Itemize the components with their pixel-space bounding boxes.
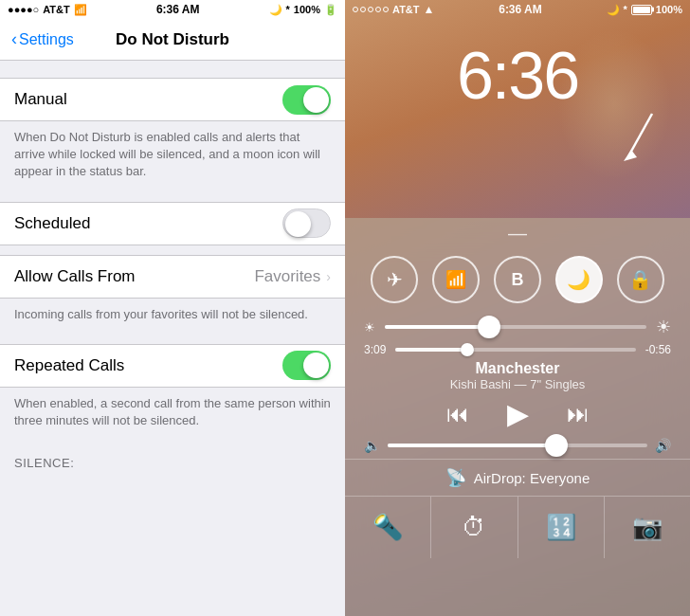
dnd-button[interactable]: 🌙 [555, 256, 603, 303]
top-spacer [0, 61, 345, 78]
allow-calls-chevron: › [326, 269, 331, 284]
wifi-button[interactable]: 📶 [432, 256, 480, 303]
scheduled-row: Scheduled [0, 203, 345, 245]
brightness-slider-row: ☀ ☀ [345, 313, 690, 341]
dot4 [375, 7, 381, 12]
battery-icon-left: 🔋 [324, 4, 337, 16]
moon-icon-left: 🌙 [269, 4, 282, 16]
flashlight-button[interactable]: 🔦 [345, 497, 431, 558]
battery-fill-right [633, 7, 650, 13]
allow-calls-group: Allow Calls From Favorites › [0, 255, 345, 299]
moon-icon-right: 🌙 [607, 4, 620, 16]
repeated-calls-group: Repeated Calls [0, 344, 345, 388]
airdrop-row[interactable]: 📡 AirDrop: Everyone [345, 459, 690, 496]
cc-icons-row: ✈ 📶 B 🌙 🔒 [345, 246, 690, 313]
wifi-left: 📶 [74, 4, 87, 16]
repeated-calls-toggle[interactable] [282, 351, 331, 380]
dot5 [383, 7, 389, 12]
left-panel: ●●●●○ AT&T 📶 6:36 AM 🌙 * 100% 🔋 ‹ Settin… [0, 0, 345, 616]
spacer3 [0, 335, 345, 344]
allow-calls-value: Favorites [254, 267, 320, 286]
allow-calls-row[interactable]: Allow Calls From Favorites › [0, 256, 345, 298]
manual-toggle[interactable] [282, 85, 331, 115]
right-panel: AT&T ▲ 6:36 AM 🌙 * 100% 6:36 — ✈ [345, 0, 690, 616]
scheduled-toggle-knob [285, 211, 311, 237]
brightness-thumb [478, 316, 500, 338]
carrier-left: AT&T [43, 4, 70, 15]
page-title: Do Not Disturb [116, 30, 229, 49]
lock-time: 6:36 [345, 19, 690, 114]
dot1 [353, 7, 358, 12]
dot2 [360, 7, 366, 12]
timer-button[interactable]: ⏱ [431, 497, 518, 558]
nav-bar: ‹ Settings Do Not Disturb [0, 19, 345, 61]
volume-track[interactable] [388, 444, 647, 447]
repeated-calls-row: Repeated Calls [0, 345, 345, 387]
silence-header: SILENCE: [0, 450, 345, 476]
right-status-left: 🌙 * 100% 🔋 [269, 4, 337, 16]
progress-time: 3:09 [364, 343, 386, 356]
back-button[interactable]: ‹ Settings [11, 29, 74, 49]
cc-bottom-icons: 🔦 ⏱ 🔢 📷 [345, 496, 690, 558]
calculator-icon: 🔢 [546, 513, 576, 542]
signal-dots-right [353, 7, 389, 12]
wifi-icon-right: ▲ [424, 3, 435, 16]
progress-remain: -0:56 [645, 343, 671, 356]
repeated-calls-description: When enabled, a second call from the sam… [0, 388, 345, 441]
progress-thumb [461, 343, 474, 356]
allow-calls-description: Incoming calls from your favorites will … [0, 299, 345, 335]
status-bar-right: AT&T ▲ 6:36 AM 🌙 * 100% [345, 0, 690, 19]
volume-fill [388, 444, 556, 447]
manual-row: Manual [0, 79, 345, 120]
allow-calls-label: Allow Calls From [14, 267, 254, 286]
scheduled-label: Scheduled [14, 214, 282, 233]
calculator-button[interactable]: 🔢 [518, 497, 605, 558]
orientation-lock-button[interactable]: 🔒 [617, 256, 664, 303]
scheduled-toggle[interactable] [282, 208, 331, 238]
progress-fill [395, 348, 467, 352]
carrier-right: AT&T [392, 4, 420, 15]
dnd-moon-icon: 🌙 [567, 268, 590, 291]
handle-bar-icon: — [508, 223, 527, 244]
song-artist: Kishi Bashi — 7" Singles [345, 377, 690, 391]
manual-group: Manual [0, 78, 345, 121]
bluetooth-button[interactable]: B [494, 256, 541, 303]
right-panel-left-status: AT&T ▲ [353, 3, 434, 16]
rewind-button[interactable]: ⏮ [446, 401, 469, 427]
camera-button[interactable]: 📷 [605, 497, 690, 558]
volume-low-icon: 🔈 [364, 438, 380, 453]
play-button[interactable]: ▶ [507, 397, 529, 430]
airplane-icon: ✈ [387, 268, 403, 291]
progress-track[interactable] [395, 348, 635, 352]
status-bar-left: ●●●●○ AT&T 📶 6:36 AM 🌙 * 100% 🔋 [0, 0, 345, 19]
spacer1 [0, 192, 345, 202]
brightness-track[interactable] [385, 325, 646, 329]
signal-bars-left: ●●●●○ [8, 4, 39, 15]
fast-forward-button[interactable]: ⏭ [567, 401, 590, 427]
spacer2 [0, 245, 345, 255]
cc-handle: — [345, 218, 690, 246]
repeated-calls-toggle-knob [303, 353, 329, 378]
bt-icon-right: * [624, 4, 627, 15]
manual-label: Manual [14, 90, 282, 109]
song-title: Manchester [345, 358, 690, 377]
playback-row: ⏮ ▶ ⏭ [345, 391, 690, 436]
timer-icon: ⏱ [462, 513, 486, 542]
back-label[interactable]: Settings [19, 31, 74, 48]
time-right: 6:36 AM [499, 3, 542, 16]
dot3 [368, 7, 373, 12]
airdrop-icon: 📡 [445, 467, 466, 488]
flashlight-icon: 🔦 [372, 513, 403, 542]
lock-rotation-icon: 🔒 [628, 268, 652, 291]
chevron-left-icon: ‹ [11, 29, 17, 49]
battery-pct-right: 100% [656, 4, 682, 15]
left-status-left: ●●●●○ AT&T 📶 [8, 4, 87, 16]
airplane-mode-button[interactable]: ✈ [371, 256, 418, 303]
time-left: 6:36 AM [156, 3, 200, 16]
bluetooth-icon: B [511, 270, 523, 290]
manual-description: When Do Not Disturb is enabled calls and… [0, 121, 345, 192]
brightness-low-icon: ☀ [364, 320, 375, 335]
settings-content: Manual When Do Not Disturb is enabled ca… [0, 61, 345, 616]
brightness-fill [385, 325, 489, 329]
airdrop-label: AirDrop: Everyone [474, 470, 590, 486]
